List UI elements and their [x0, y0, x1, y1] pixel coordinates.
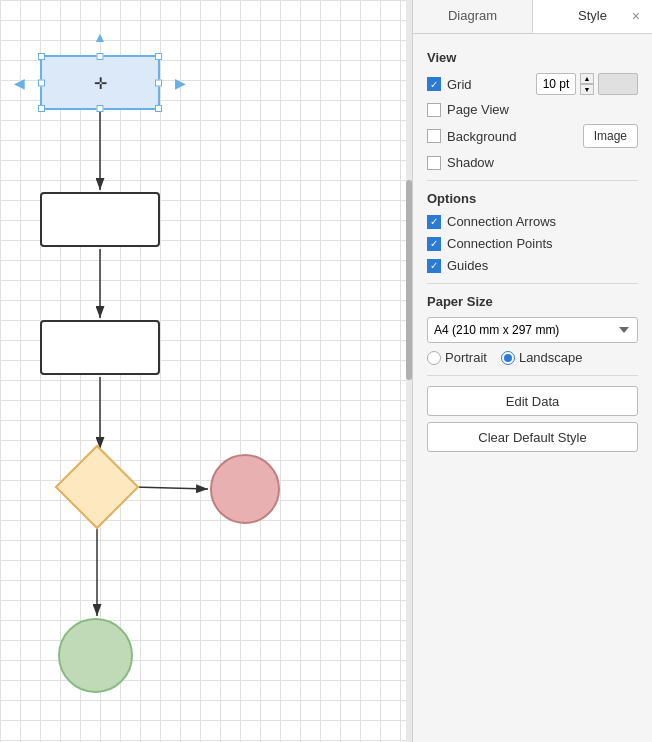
portrait-option[interactable]: Portrait: [427, 350, 487, 365]
connection-arrows-label: Connection Arrows: [447, 214, 556, 229]
selected-rectangle[interactable]: ✛ ▲ ◀ ▶: [40, 55, 160, 110]
move-cursor-icon: ✛: [94, 73, 107, 92]
background-image-button[interactable]: Image: [583, 124, 638, 148]
landscape-radio-dot: [504, 354, 512, 362]
background-row: Background Image: [427, 124, 638, 148]
rectangle-2[interactable]: [40, 320, 160, 375]
grid-pt-input[interactable]: [536, 73, 576, 95]
guides-checkbox[interactable]: [427, 259, 441, 273]
background-checkbox[interactable]: [427, 129, 441, 143]
rectangle-1[interactable]: [40, 192, 160, 247]
canvas[interactable]: ✛ ▲ ◀ ▶: [0, 0, 412, 742]
shadow-checkbox[interactable]: [427, 156, 441, 170]
panel-content: View Grid ▲ ▼ Page View Background Image: [413, 34, 652, 742]
background-label: Background: [447, 129, 516, 144]
guides-row: Guides: [427, 258, 638, 273]
diamond-inner: [55, 445, 140, 530]
orientation-radio-group: Portrait Landscape: [427, 350, 638, 365]
spin-buttons: ▲ ▼: [580, 73, 594, 95]
portrait-label: Portrait: [445, 350, 487, 365]
options-section-title: Options: [427, 191, 638, 206]
tab-diagram[interactable]: Diagram: [413, 0, 533, 33]
connection-points-label: Connection Points: [447, 236, 553, 251]
scrollbar-track[interactable]: [406, 0, 412, 742]
page-view-label: Page View: [447, 102, 509, 117]
handle-bl[interactable]: [38, 105, 45, 112]
view-section-title: View: [427, 50, 638, 65]
page-view-checkbox[interactable]: [427, 103, 441, 117]
clear-default-style-button[interactable]: Clear Default Style: [427, 422, 638, 452]
arrow-left-icon[interactable]: ◀: [14, 75, 25, 91]
grid-input-group: ▲ ▼: [536, 73, 638, 95]
landscape-label: Landscape: [519, 350, 583, 365]
page-view-row: Page View: [427, 102, 638, 117]
handle-br[interactable]: [155, 105, 162, 112]
grid-label: Grid: [447, 77, 472, 92]
handle-tm[interactable]: [97, 53, 104, 60]
paper-size-select[interactable]: A4 (210 mm x 297 mm): [427, 317, 638, 343]
handle-tr[interactable]: [155, 53, 162, 60]
scrollbar-thumb[interactable]: [406, 180, 412, 380]
shadow-row: Shadow: [427, 155, 638, 170]
diamond-shape[interactable]: [62, 452, 132, 522]
spin-down-btn[interactable]: ▼: [580, 84, 594, 95]
shadow-label: Shadow: [447, 155, 494, 170]
arrow-up-icon[interactable]: ▲: [93, 29, 107, 45]
divider-3: [427, 375, 638, 376]
guides-label: Guides: [447, 258, 488, 273]
handle-mr[interactable]: [155, 79, 162, 86]
divider-2: [427, 283, 638, 284]
spin-up-btn[interactable]: ▲: [580, 73, 594, 84]
handle-ml[interactable]: [38, 79, 45, 86]
close-button[interactable]: ×: [628, 6, 644, 26]
connection-points-checkbox[interactable]: [427, 237, 441, 251]
connection-arrows-row: Connection Arrows: [427, 214, 638, 229]
divider-1: [427, 180, 638, 181]
handle-tl[interactable]: [38, 53, 45, 60]
connection-points-row: Connection Points: [427, 236, 638, 251]
right-panel: Diagram Style × View Grid ▲ ▼ Page View: [412, 0, 652, 742]
paper-size-section-title: Paper Size: [427, 294, 638, 309]
panel-tabs: Diagram Style ×: [413, 0, 652, 34]
circle-green[interactable]: [58, 618, 133, 693]
portrait-radio[interactable]: [427, 351, 441, 365]
circle-pink[interactable]: [210, 454, 280, 524]
edit-data-button[interactable]: Edit Data: [427, 386, 638, 416]
landscape-option[interactable]: Landscape: [501, 350, 583, 365]
grid-color-swatch[interactable]: [598, 73, 638, 95]
connection-arrows-checkbox[interactable]: [427, 215, 441, 229]
landscape-radio[interactable]: [501, 351, 515, 365]
handle-bm[interactable]: [97, 105, 104, 112]
grid-checkbox[interactable]: [427, 77, 441, 91]
arrow-right-icon[interactable]: ▶: [175, 75, 186, 91]
grid-row: Grid ▲ ▼: [427, 73, 638, 95]
svg-line-4: [133, 487, 208, 489]
